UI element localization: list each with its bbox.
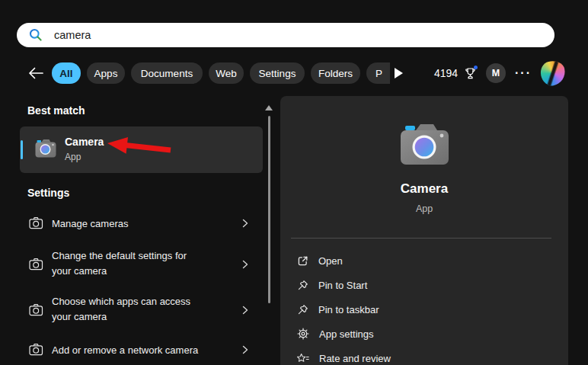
action-label: Rate and review <box>319 353 391 364</box>
settings-item-change-default-settings[interactable]: Change the default settings for your cam… <box>20 248 263 282</box>
best-match-header: Best match <box>27 104 85 117</box>
settings-item-label: Manage cameras <box>52 216 204 232</box>
selection-accent-bar <box>21 140 23 159</box>
notification-dot <box>474 66 478 69</box>
pin-icon <box>297 280 308 291</box>
gear-icon <box>297 328 309 340</box>
filter-tab-apps[interactable]: Apps <box>87 62 125 84</box>
copilot-icon[interactable] <box>538 59 567 88</box>
filter-tab-all[interactable]: All <box>52 62 81 84</box>
action-rate-and-review[interactable]: Rate and review <box>297 350 391 365</box>
action-pin-to-taskbar[interactable]: Pin to taskbar <box>297 301 379 318</box>
scrollbar-up-arrow[interactable] <box>265 105 273 110</box>
chevron-right-icon <box>242 345 248 354</box>
search-bar <box>17 23 554 47</box>
filter-tab-web[interactable]: Web <box>209 62 244 84</box>
camera-outline-icon <box>29 216 43 229</box>
action-app-settings[interactable]: App settings <box>297 325 374 342</box>
action-open[interactable]: Open <box>297 252 343 269</box>
camera-outline-icon <box>29 303 43 316</box>
app-detail-panel: Camera App Open Pin to Start <box>280 96 568 365</box>
settings-item-label: Change the default settings for your cam… <box>52 248 204 279</box>
rate-star-icon <box>297 353 309 363</box>
camera-outline-icon <box>29 258 43 271</box>
filter-tab-documents[interactable]: Documents <box>131 62 203 84</box>
divider <box>291 238 551 239</box>
best-match-subtitle: App <box>65 152 81 162</box>
account-avatar[interactable]: M <box>486 63 506 83</box>
action-label: App settings <box>319 328 374 340</box>
chevron-right-icon <box>242 306 248 315</box>
filter-tab-folders[interactable]: Folders <box>311 62 360 84</box>
settings-section-header: Settings <box>27 187 69 199</box>
settings-item-add-remove-network-camera[interactable]: Add or remove a network camera <box>20 337 263 364</box>
back-arrow-icon[interactable] <box>27 66 45 80</box>
filter-tab-photos-clipped[interactable]: P <box>366 62 390 84</box>
search-input[interactable] <box>54 29 526 41</box>
filter-tab-settings[interactable]: Settings <box>250 62 305 84</box>
open-external-icon <box>297 255 308 267</box>
chevron-right-icon <box>242 260 248 269</box>
settings-item-choose-apps-access[interactable]: Choose which apps can access your camera <box>20 294 263 328</box>
camera-app-icon-large <box>400 123 449 165</box>
trophy-icon <box>464 67 477 80</box>
rewards-badge[interactable]: 4194 <box>434 62 477 84</box>
settings-item-label: Add or remove a network camera <box>52 343 204 358</box>
pin-icon <box>297 304 308 315</box>
settings-item-label: Choose which apps can access your camera <box>52 294 204 325</box>
best-match-title: Camera <box>65 136 104 148</box>
search-icon <box>28 27 43 43</box>
app-subtitle: App <box>280 203 568 214</box>
more-filters-icon[interactable] <box>395 68 403 78</box>
camera-outline-icon <box>29 343 43 356</box>
camera-app-icon <box>35 139 56 158</box>
action-label: Pin to taskbar <box>318 304 379 315</box>
search-flyout-window: All Apps Documents Web Settings Folders … <box>0 0 588 365</box>
overflow-menu-button[interactable]: ··· <box>512 62 535 84</box>
scrollbar-thumb[interactable] <box>268 116 270 303</box>
settings-item-manage-cameras[interactable]: Manage cameras <box>20 210 263 238</box>
app-title: Camera <box>280 181 568 197</box>
chevron-right-icon <box>242 219 248 228</box>
action-label: Open <box>318 255 343 267</box>
best-match-result-camera[interactable]: Camera App <box>20 126 263 173</box>
rewards-points: 4194 <box>434 67 458 79</box>
action-pin-to-start[interactable]: Pin to Start <box>297 277 367 293</box>
action-label: Pin to Start <box>318 280 367 291</box>
